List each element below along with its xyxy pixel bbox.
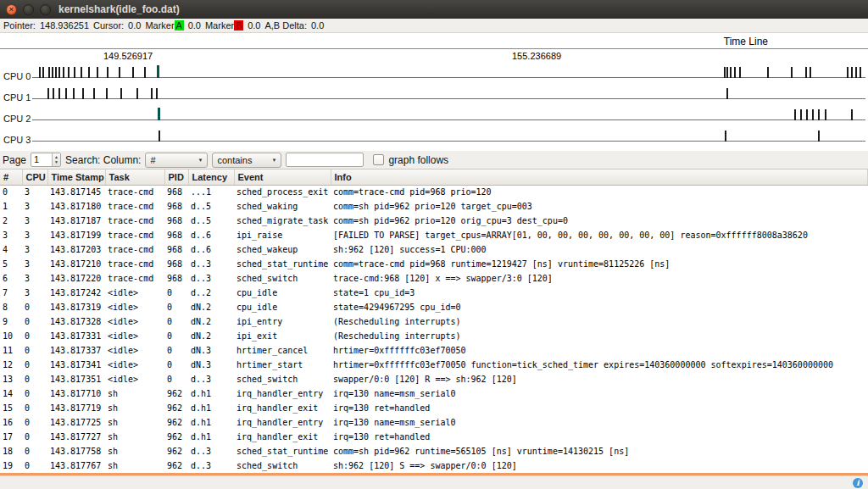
table-row[interactable]: 80143.817319<idle>0dN.2cpu_idlestate=429…	[0, 300, 868, 314]
cell-cpu: 0	[22, 386, 47, 401]
table-row[interactable]: 63143.817220trace-cmd968d..3sched_switch…	[0, 271, 868, 286]
event-marker	[63, 67, 64, 78]
table-row[interactable]: 73143.817242<idle>0d..2cpu_idlestate=1 c…	[0, 286, 868, 300]
column-header-latency[interactable]: Latency	[188, 169, 234, 185]
table-body: 03143.817145trace-cmd968...1sched_proces…	[0, 185, 868, 473]
cpu-graph-row[interactable]: CPU 3	[0, 125, 868, 147]
column-header-event[interactable]: Event	[234, 169, 331, 185]
column-header-pid[interactable]: PID	[164, 169, 188, 185]
maximize-button[interactable]	[40, 4, 51, 15]
event-marker	[159, 131, 160, 142]
cell-info: comm=sh pid=962 runtime=565105 [ns] vrun…	[331, 444, 868, 458]
cell-cpu: 3	[22, 242, 47, 257]
column-header-timestamp[interactable]: Time Stamp	[47, 169, 105, 185]
cell-timestamp: 143.817351	[47, 372, 105, 386]
cell-event: irq_handler_entry	[234, 386, 331, 401]
cell-info: [FAILED TO PARSE] target_cpus=ARRAY[01, …	[331, 228, 868, 242]
event-marker	[726, 67, 728, 78]
table-row[interactable]: 100143.817331<idle>0dN.2ipi_exit(Resched…	[0, 329, 868, 343]
event-marker	[855, 67, 857, 78]
timeline-timestamp: 149.526917	[103, 51, 153, 61]
cell-index: 17	[0, 430, 22, 444]
event-marker	[106, 88, 108, 99]
table-row[interactable]: 90143.817328<idle>0dN.2ipi_entry(Resched…	[0, 314, 868, 329]
column-header-info[interactable]: Info	[331, 169, 868, 185]
column-header-task[interactable]: Task	[105, 169, 164, 185]
cell-info: sh:962 [120] success=1 CPU:000	[331, 242, 868, 257]
event-marker	[119, 67, 120, 78]
search-column-label: Search: Column:	[65, 154, 141, 166]
cpu-graph-row[interactable]: CPU 2	[0, 104, 868, 125]
event-marker	[806, 109, 808, 120]
cell-latency: d.h1	[188, 401, 234, 415]
cell-info: state=1 cpu_id=3	[331, 286, 868, 300]
cell-index: 0	[0, 185, 22, 199]
column-header-cpu[interactable]: CPU	[22, 169, 47, 185]
table-row[interactable]: 140143.817710sh962d.h1irq_handler_entryi…	[0, 386, 868, 401]
cell-index: 13	[0, 372, 22, 386]
event-marker	[52, 67, 53, 78]
cell-task: sh	[105, 444, 164, 458]
cell-event: sched_migrate_task	[234, 214, 331, 228]
minimize-button[interactable]	[23, 4, 34, 15]
table-row[interactable]: 53143.817210trace-cmd968d..3sched_stat_r…	[0, 257, 868, 271]
cell-index: 9	[0, 314, 22, 329]
marker-a-value: 0.0	[188, 20, 201, 31]
table-row[interactable]: 13143.817180trace-cmd968d..5sched_waking…	[0, 199, 868, 214]
table-row[interactable]: 190143.817767sh962d..3sched_switchsh:962…	[0, 458, 868, 473]
cell-pid: 968	[164, 199, 188, 214]
table-row[interactable]: 150143.817719sh962d.h1irq_handler_exitir…	[0, 401, 868, 415]
cell-pid: 962	[164, 386, 188, 401]
cell-latency: dN.2	[188, 314, 234, 329]
timeline-title: Time Line	[724, 36, 768, 47]
table-row[interactable]: 33143.817199trace-cmd968d..6ipi_raise[FA…	[0, 228, 868, 242]
cell-event: sched_process_exit	[234, 185, 331, 199]
cell-latency: d..3	[188, 372, 234, 386]
cell-cpu: 0	[22, 444, 47, 458]
cell-task: <idle>	[105, 372, 164, 386]
search-input[interactable]	[286, 153, 364, 167]
page-spinner[interactable]: 1 ▲▼	[31, 153, 61, 167]
cell-index: 3	[0, 228, 22, 242]
cell-latency: d.h1	[188, 386, 234, 401]
cpu-graph-row[interactable]: CPU 1	[0, 83, 868, 104]
table-row[interactable]: 160143.817725sh962d.h1irq_handler_entryi…	[0, 415, 868, 430]
cpu-graph-row[interactable]: CPU 0	[0, 62, 868, 83]
close-button[interactable]: ×	[6, 4, 17, 15]
timeline-panel[interactable]: Time Line 149.526917155.236689 CPU 0CPU …	[0, 33, 868, 151]
page-label: Page	[3, 154, 26, 166]
cursor-label: Cursor:	[93, 20, 124, 31]
table-row[interactable]: 43143.817203trace-cmd968d..6sched_wakeup…	[0, 242, 868, 257]
event-marker	[39, 67, 41, 78]
cell-cpu: 0	[22, 401, 47, 415]
table-row[interactable]: 120143.817341<idle>0dN.3hrtimer_starthrt…	[0, 358, 868, 372]
cell-latency: dN.2	[188, 329, 234, 343]
marker-a-badge[interactable]: A	[175, 20, 184, 31]
table-row[interactable]: 130143.817351<idle>0d..3sched_switchswap…	[0, 372, 868, 386]
event-marker	[818, 109, 820, 120]
table-row[interactable]: 03143.817145trace-cmd968...1sched_proces…	[0, 185, 868, 199]
cell-task: <idle>	[105, 358, 164, 372]
marker-a-label: Marker	[145, 20, 174, 31]
marker-b-badge[interactable]: B	[234, 20, 243, 31]
event-marker	[58, 67, 60, 78]
table-row[interactable]: 23143.817187trace-cmd968d..5sched_migrat…	[0, 214, 868, 228]
match-select[interactable]: contains ▼	[212, 153, 281, 168]
event-marker	[120, 88, 122, 99]
cell-timestamp: 143.817210	[47, 257, 105, 271]
graph-follows-checkbox[interactable]	[373, 154, 384, 165]
table-row[interactable]: 110143.817337<idle>0dN.3hrtimer_cancelhr…	[0, 343, 868, 358]
cell-index: 7	[0, 286, 22, 300]
column-header-index[interactable]: #	[0, 169, 22, 185]
cell-latency: d..3	[188, 444, 234, 458]
table-row[interactable]: 180143.817758sh962d..3sched_stat_runtime…	[0, 444, 868, 458]
event-marker-accent	[157, 65, 159, 78]
column-select[interactable]: # ▼	[145, 153, 208, 168]
event-marker	[58, 88, 60, 99]
cell-task: trace-cmd	[105, 242, 164, 257]
cell-timestamp: 143.817328	[47, 314, 105, 329]
cell-pid: 968	[164, 271, 188, 286]
info-icon[interactable]: i	[853, 478, 863, 488]
table-row[interactable]: 170143.817727sh962d.h1irq_handler_exitir…	[0, 430, 868, 444]
spinner-arrows-icon[interactable]: ▲▼	[52, 153, 60, 166]
